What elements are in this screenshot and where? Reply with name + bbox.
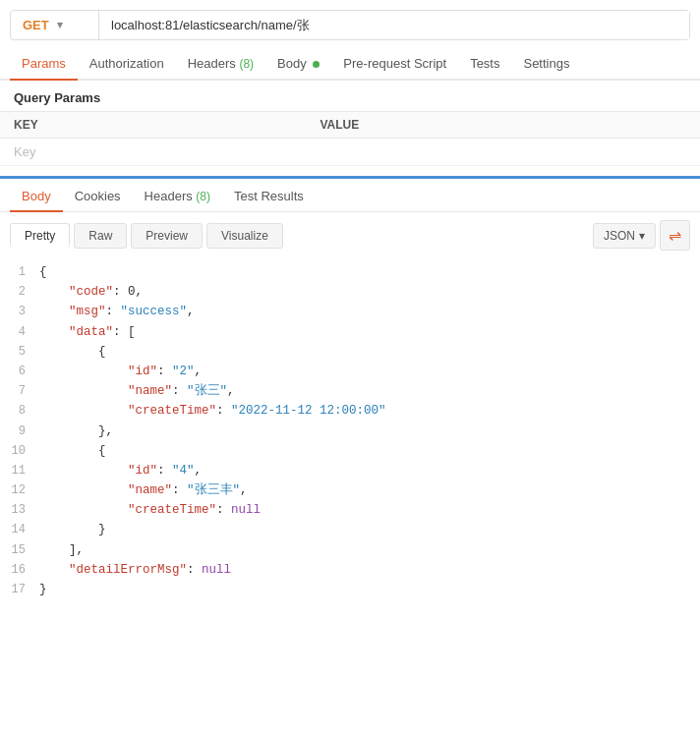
response-headers-badge: (8) — [196, 190, 210, 203]
line-content-6: "id": "2", — [35, 362, 700, 381]
tab-headers[interactable]: Headers (8) — [176, 48, 265, 79]
col-key: KEY — [0, 112, 306, 139]
headers-badge: (8) — [239, 57, 254, 71]
line-num-5: 5 — [0, 342, 35, 362]
line-num-6: 6 — [0, 362, 35, 381]
json-line-1: 1 { — [0, 262, 700, 282]
line-num-3: 3 — [0, 302, 35, 321]
method-selector[interactable]: GET ▾ — [11, 11, 99, 39]
format-visualize-button[interactable]: Visualize — [206, 223, 283, 249]
line-content-8: "createTime": "2022-11-12 12:00:00" — [35, 401, 700, 421]
request-tabs: Params Authorization Headers (8) Body Pr… — [0, 48, 700, 81]
col-value: VALUE — [306, 112, 700, 139]
section-divider — [0, 176, 700, 179]
line-content-15: ], — [35, 540, 700, 560]
line-num-7: 7 — [0, 381, 35, 401]
line-content-1: { — [35, 262, 700, 282]
method-label: GET — [23, 18, 49, 32]
json-line-12: 12 "name": "张三丰", — [0, 480, 700, 500]
key-placeholder-cell[interactable]: Key — [0, 139, 306, 166]
line-content-13: "createTime": null — [35, 500, 700, 520]
json-line-14: 14 } — [0, 520, 700, 539]
format-pretty-button[interactable]: Pretty — [10, 223, 70, 248]
response-tabs: Body Cookies Headers (8) Test Results — [0, 181, 700, 212]
line-num-8: 8 — [0, 401, 35, 421]
tab-body[interactable]: Body — [265, 48, 331, 79]
line-num-16: 16 — [0, 560, 35, 580]
json-line-15: 15 ], — [0, 540, 700, 560]
line-content-9: }, — [35, 422, 700, 441]
tab-prerequest[interactable]: Pre-request Script — [331, 48, 458, 79]
tab-settings[interactable]: Settings — [511, 48, 581, 79]
line-num-17: 17 — [0, 580, 35, 599]
line-num-11: 11 — [0, 461, 35, 480]
json-line-8: 8 "createTime": "2022-11-12 12:00:00" — [0, 401, 700, 421]
line-content-7: "name": "张三", — [35, 381, 700, 401]
line-num-2: 2 — [0, 282, 35, 302]
json-line-2: 2 "code": 0, — [0, 282, 700, 302]
tab-authorization[interactable]: Authorization — [78, 48, 176, 79]
line-content-4: "data": [ — [35, 322, 700, 342]
chevron-down-icon: ▾ — [57, 19, 63, 31]
response-tab-headers[interactable]: Headers (8) — [133, 181, 222, 211]
line-num-14: 14 — [0, 520, 35, 539]
response-tab-testresults[interactable]: Test Results — [222, 181, 316, 211]
line-content-14: } — [35, 520, 700, 539]
wrap-icon: ⇌ — [669, 226, 681, 245]
json-line-3: 3 "msg": "success", — [0, 302, 700, 321]
json-format-dropdown[interactable]: JSON ▾ — [593, 223, 656, 249]
line-content-11: "id": "4", — [35, 461, 700, 480]
line-num-9: 9 — [0, 422, 35, 441]
tab-tests[interactable]: Tests — [458, 48, 511, 79]
json-line-9: 9 }, — [0, 422, 700, 441]
line-content-10: { — [35, 441, 700, 461]
json-line-6: 6 "id": "2", — [0, 362, 700, 381]
wrap-button[interactable]: ⇌ — [660, 220, 690, 251]
json-format-label: JSON — [604, 229, 635, 243]
format-preview-button[interactable]: Preview — [131, 223, 203, 249]
tab-params[interactable]: Params — [10, 48, 78, 79]
line-content-2: "code": 0, — [35, 282, 700, 302]
line-content-17: } — [35, 580, 700, 599]
query-params-title: Query Params — [0, 81, 700, 111]
params-table: KEY VALUE Key — [0, 111, 700, 166]
line-num-13: 13 — [0, 500, 35, 520]
value-placeholder-cell[interactable] — [306, 139, 700, 166]
json-viewer: 1 { 2 "code": 0, 3 "msg": "success", 4 "… — [0, 258, 700, 603]
chevron-down-icon: ▾ — [639, 229, 645, 243]
json-line-16: 16 "detailErrorMsg": null — [0, 560, 700, 580]
json-line-7: 7 "name": "张三", — [0, 381, 700, 401]
body-dot — [313, 61, 320, 68]
line-content-12: "name": "张三丰", — [35, 480, 700, 500]
json-line-4: 4 "data": [ — [0, 322, 700, 342]
line-num-12: 12 — [0, 480, 35, 500]
json-line-5: 5 { — [0, 342, 700, 362]
json-line-13: 13 "createTime": null — [0, 500, 700, 520]
response-tab-cookies[interactable]: Cookies — [63, 181, 133, 211]
format-bar: Pretty Raw Preview Visualize JSON ▾ ⇌ — [0, 212, 700, 258]
json-line-10: 10 { — [0, 441, 700, 461]
json-line-11: 11 "id": "4", — [0, 461, 700, 480]
line-content-5: { — [35, 342, 700, 362]
line-num-10: 10 — [0, 441, 35, 461]
url-input[interactable] — [99, 11, 689, 39]
line-num-4: 4 — [0, 322, 35, 342]
line-num-15: 15 — [0, 540, 35, 560]
line-content-3: "msg": "success", — [35, 302, 700, 321]
json-line-17: 17 } — [0, 580, 700, 599]
line-content-16: "detailErrorMsg": null — [35, 560, 700, 580]
params-row-empty: Key — [0, 139, 700, 166]
format-raw-button[interactable]: Raw — [74, 223, 127, 249]
line-num-1: 1 — [0, 262, 35, 282]
url-bar: GET ▾ — [10, 10, 690, 40]
response-tab-body[interactable]: Body — [10, 181, 63, 211]
